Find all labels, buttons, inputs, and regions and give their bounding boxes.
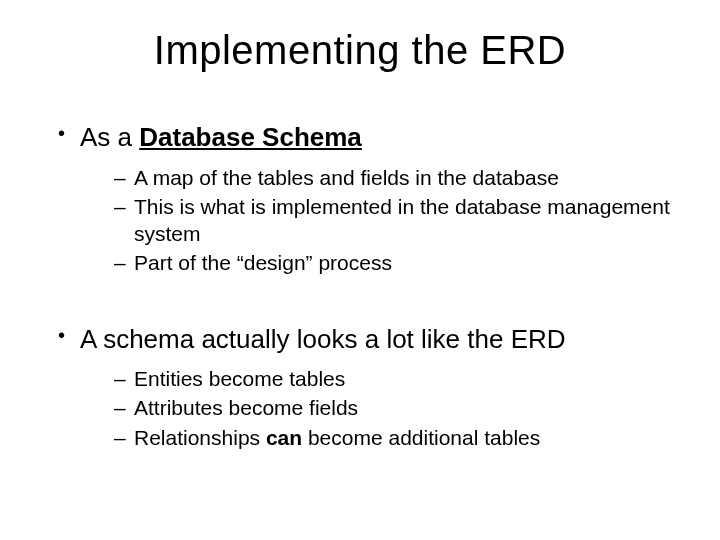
sub-item-2-1: Entities become tables [114, 365, 680, 392]
bullet-1-emphasis: Database Schema [139, 122, 362, 152]
spacer [58, 305, 680, 323]
sub-item-2-3-suffix: become additional tables [302, 426, 540, 449]
sub-item-2-3: Relationships can become additional tabl… [114, 424, 680, 451]
sub-item-2-3-bold: can [266, 426, 302, 449]
sub-list-2: Entities become tables Attributes become… [80, 365, 680, 451]
bullet-2-text: A schema actually looks a lot like the E… [80, 324, 566, 354]
sub-item-2-3-prefix: Relationships [134, 426, 266, 449]
sub-list-1: A map of the tables and fields in the da… [80, 164, 680, 277]
bullet-item-2: A schema actually looks a lot like the E… [58, 323, 680, 451]
bullet-1-prefix: As a [80, 122, 139, 152]
bullet-item-1: As a Database Schema A map of the tables… [58, 121, 680, 277]
main-bullet-list: As a Database Schema A map of the tables… [40, 121, 680, 451]
sub-item-2-2: Attributes become fields [114, 394, 680, 421]
sub-item-1-3: Part of the “design” process [114, 249, 680, 276]
sub-item-1-2: This is what is implemented in the datab… [114, 193, 680, 248]
sub-item-1-1: A map of the tables and fields in the da… [114, 164, 680, 191]
slide-title: Implementing the ERD [40, 28, 680, 73]
